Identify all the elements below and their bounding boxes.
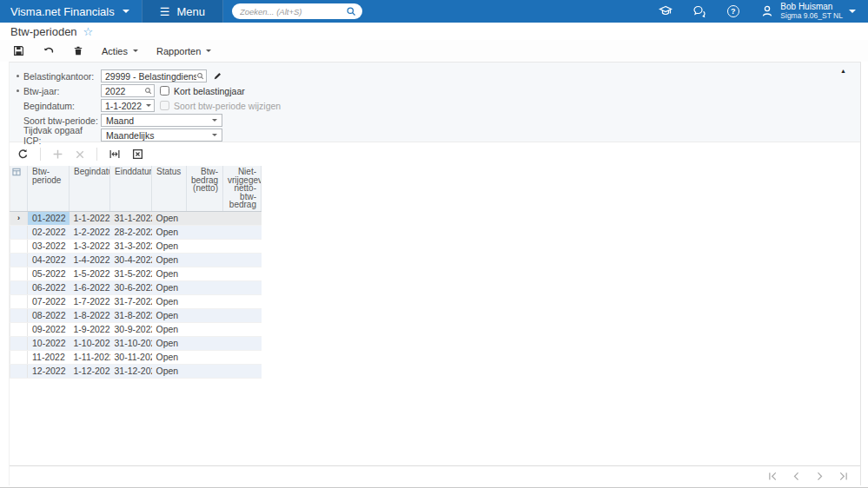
checkbox-input[interactable] [160,86,169,96]
table-cell[interactable] [223,308,262,322]
table-cell[interactable]: 05-2022 [28,267,70,280]
table-cell[interactable] [187,239,223,253]
row-selector[interactable] [10,225,28,239]
table-cell[interactable] [223,239,262,253]
academy-icon[interactable] [658,3,673,18]
table-cell[interactable] [187,308,223,322]
table-cell[interactable]: Open [152,350,187,364]
tijdvak-opgaaf-icp-select[interactable]: Maandelijks [101,129,222,142]
table-cell[interactable]: 30-11-2022 [110,350,152,364]
table-cell[interactable]: Open [152,253,187,267]
table-cell[interactable]: 1-4-2022 [70,253,110,267]
delete-button[interactable] [73,45,83,56]
search-input[interactable] [240,7,342,16]
table-cell[interactable]: 1-6-2022 [70,280,110,294]
table-cell[interactable]: Open [152,211,187,225]
table-cell[interactable]: Open [152,239,187,253]
first-page-button[interactable] [761,468,785,484]
row-selector[interactable] [10,308,28,322]
table-cell[interactable]: 07-2022 [28,294,70,308]
table-cell[interactable]: 31-5-2022 [110,267,152,280]
table-cell[interactable]: 02-2022 [28,225,70,239]
help-icon[interactable]: ? [726,3,740,18]
table-cell[interactable] [187,364,223,378]
previous-page-button[interactable] [785,468,808,484]
table-cell[interactable]: 01-2022 [28,211,70,225]
table-cell[interactable]: Open [152,364,187,378]
row-selector[interactable] [10,294,28,308]
main-menu-button[interactable]: ☰ Menu [142,0,223,23]
table-cell[interactable]: 1-12-2022 [70,364,110,378]
table-cell[interactable]: 09-2022 [28,322,70,336]
table-cell[interactable]: Open [152,267,187,280]
lookup-magnifier-icon[interactable] [144,87,152,95]
table-cell[interactable]: Open [152,322,187,336]
table-cell[interactable] [187,253,223,267]
table-cell[interactable]: 1-8-2022 [70,308,110,322]
refresh-button[interactable] [17,148,29,160]
row-selector[interactable] [10,350,28,364]
table-cell[interactable] [223,253,262,267]
table-cell[interactable] [223,267,262,280]
column-header[interactable]: Begindatum [70,166,110,211]
table-cell[interactable]: 30-6-2022 [110,280,152,294]
row-selector[interactable] [10,322,28,336]
row-selector[interactable] [10,267,28,280]
table-cell[interactable]: 10-2022 [28,336,70,350]
table-cell[interactable]: 28-2-2022 [110,225,152,239]
save-button[interactable] [13,45,24,56]
acties-menu[interactable]: Acties [102,46,138,56]
table-cell[interactable] [223,322,262,336]
table-cell[interactable]: 1-9-2022 [70,322,110,336]
next-page-button[interactable] [808,468,832,484]
table-cell[interactable]: 1-2-2022 [70,225,110,239]
table-cell[interactable]: Open [152,280,187,294]
rapporten-menu[interactable]: Rapporten [156,46,211,56]
table-cell[interactable]: 31-8-2022 [110,308,152,322]
table-cell[interactable]: 1-1-2022 [70,211,110,225]
table-cell[interactable]: 1-11-2022 [70,350,110,364]
table-cell[interactable]: Open [152,336,187,350]
row-selector[interactable] [10,239,28,253]
table-cell[interactable]: 06-2022 [28,280,70,294]
table-cell[interactable] [223,225,262,239]
row-selector[interactable] [10,280,28,294]
table-cell[interactable]: 1-10-2022 [70,336,110,350]
app-switcher[interactable]: Visma.net Financials [0,0,142,23]
belastingkantoor-input[interactable] [105,71,196,82]
table-cell[interactable] [187,322,223,336]
btw-jaar-input[interactable] [105,86,144,96]
table-cell[interactable] [223,211,262,225]
table-cell[interactable] [187,225,223,239]
fit-width-button[interactable] [109,148,121,160]
table-cell[interactable]: Open [152,294,187,308]
undo-button[interactable] [43,45,55,56]
table-cell[interactable]: Open [152,225,187,239]
table-cell[interactable]: Open [152,308,187,322]
row-selector[interactable]: › [10,211,28,225]
table-cell[interactable]: 30-4-2022 [110,253,152,267]
table-cell[interactable] [223,350,262,364]
collapse-panel-button[interactable]: ▲ [840,68,846,74]
table-cell[interactable] [187,280,223,294]
table-cell[interactable] [187,211,223,225]
table-cell[interactable]: 31-3-2022 [110,239,152,253]
soort-btw-periode-select[interactable]: Maand [101,114,222,127]
export-excel-button[interactable] [132,148,143,160]
table-cell[interactable] [187,294,223,308]
column-header[interactable]: Btw-periode [28,166,70,211]
table-cell[interactable]: 1-3-2022 [70,239,110,253]
kort-belastingjaar-checkbox[interactable]: Kort belastingjaar [160,86,245,96]
table-cell[interactable] [223,336,262,350]
table-cell[interactable] [187,267,223,280]
table-cell[interactable]: 31-12-2022 [110,364,152,378]
table-cell[interactable]: 11-2022 [28,350,70,364]
table-cell[interactable]: 1-7-2022 [70,294,110,308]
row-selector[interactable] [10,253,28,267]
column-header[interactable]: Einddatum [110,166,152,211]
table-cell[interactable]: 31-7-2022 [110,294,152,308]
table-cell[interactable] [187,350,223,364]
lookup-magnifier-icon[interactable] [196,72,204,80]
chevron-down-icon[interactable] [146,104,152,107]
column-header[interactable]: Status [152,166,187,211]
